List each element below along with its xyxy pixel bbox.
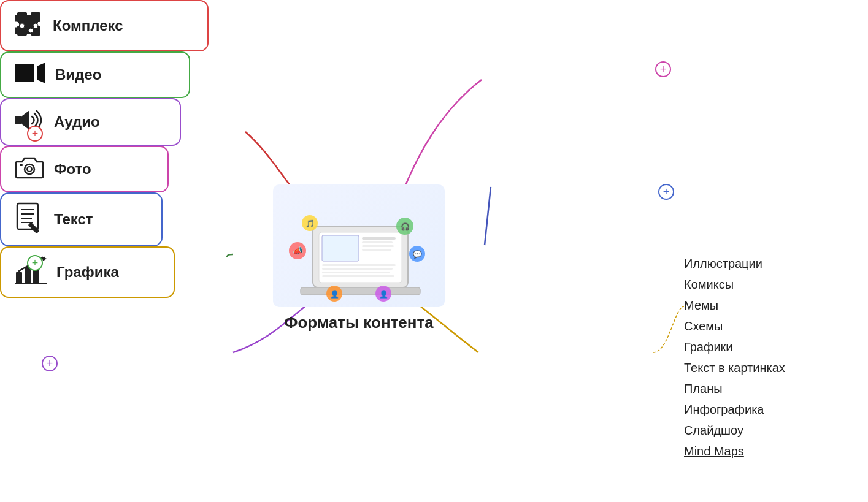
svg-rect-8 <box>322 264 396 266</box>
svg-rect-49 <box>25 267 31 283</box>
svg-rect-40 <box>20 164 23 166</box>
svg-rect-7 <box>362 249 391 251</box>
svg-marker-35 <box>37 63 45 83</box>
list-item: Mind Maps <box>684 442 785 460</box>
svg-text:🎧: 🎧 <box>401 222 410 231</box>
svg-rect-9 <box>322 268 393 270</box>
center-title: Форматы контента <box>284 313 433 332</box>
svg-text:👤: 👤 <box>379 289 388 299</box>
plus-audio-button[interactable]: + <box>42 356 58 371</box>
svg-point-39 <box>27 167 32 172</box>
plus-foto-button[interactable]: + <box>655 61 671 77</box>
plus-text-button[interactable]: + <box>658 184 674 200</box>
plus-video-button[interactable]: + <box>27 255 43 271</box>
svg-point-38 <box>25 164 34 174</box>
svg-rect-4 <box>362 237 396 240</box>
svg-rect-11 <box>322 275 394 277</box>
list-item: Текст в картинках <box>684 359 785 377</box>
list-item: Инфографика <box>684 400 785 419</box>
list-item: Мемы <box>684 296 785 314</box>
plus-kompleks-button[interactable]: + <box>27 126 43 142</box>
svg-text:💬: 💬 <box>413 249 422 259</box>
plus-icon: + <box>32 257 39 268</box>
center-image: 📣 🎵 🎧 💬 👤 👤 <box>273 184 445 307</box>
svg-point-26 <box>25 15 29 20</box>
audio-label: Аудио <box>54 113 100 131</box>
grafika-label: Графика <box>56 264 119 281</box>
text-doc-icon <box>15 202 44 237</box>
svg-point-33 <box>33 23 38 28</box>
list-item: Схемы <box>684 317 785 335</box>
text-label: Текст <box>54 211 93 228</box>
svg-text:👤: 👤 <box>330 289 339 299</box>
svg-rect-36 <box>15 116 22 124</box>
node-audio: Аудио <box>0 98 181 146</box>
list-item: Иллюстрации <box>684 254 785 273</box>
svg-rect-34 <box>15 64 34 82</box>
video-label: Видео <box>55 66 101 83</box>
graphics-list: ИллюстрацииКомиксыМемыСхемыГрафикиТекст … <box>684 254 785 460</box>
plus-icon: + <box>47 358 53 369</box>
kompleks-label: Комплекс <box>53 17 123 34</box>
list-item: Комиксы <box>684 275 785 294</box>
svg-rect-6 <box>362 245 394 247</box>
foto-label: Фото <box>54 161 91 178</box>
svg-rect-48 <box>16 272 22 283</box>
list-item: Планы <box>684 379 785 398</box>
plus-icon: + <box>663 186 670 197</box>
node-text: Текст <box>0 192 163 246</box>
svg-rect-10 <box>322 272 390 273</box>
video-icon <box>15 61 45 88</box>
svg-rect-5 <box>362 241 393 243</box>
plus-icon: + <box>32 128 39 139</box>
svg-point-32 <box>28 28 33 33</box>
node-video: Видео <box>0 51 190 98</box>
svg-text:🎵: 🎵 <box>305 219 315 228</box>
svg-rect-12 <box>301 287 420 295</box>
node-grafika: Графика <box>0 246 175 298</box>
camera-icon <box>15 156 44 183</box>
center-node: 📣 🎵 🎧 💬 👤 👤 Форматы контента <box>233 165 485 343</box>
svg-rect-2 <box>322 235 359 261</box>
node-foto: Фото <box>0 146 169 192</box>
list-item: Слайдшоу <box>684 421 785 439</box>
puzzle-icon <box>15 10 43 42</box>
svg-text:📣: 📣 <box>293 246 304 256</box>
node-kompleks: Комплекс <box>0 0 209 51</box>
svg-point-28 <box>20 23 25 28</box>
plus-icon: + <box>660 64 667 75</box>
list-item: Графики <box>684 338 785 356</box>
svg-marker-37 <box>22 110 29 130</box>
svg-rect-41 <box>17 203 38 229</box>
